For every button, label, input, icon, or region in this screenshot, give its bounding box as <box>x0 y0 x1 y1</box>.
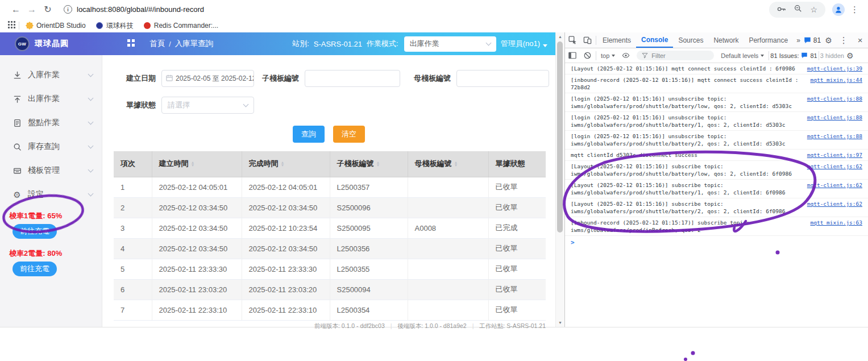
console-source-link[interactable]: mqtt-client.js:88 <box>807 95 862 102</box>
console-filter-input[interactable]: Filter <box>637 51 714 60</box>
column-header[interactable]: 母棧板編號▲▼ <box>408 151 488 177</box>
site-info-icon[interactable]: i <box>64 5 72 14</box>
date-range-label: 建立日期 <box>126 73 156 84</box>
inspect-element-icon[interactable] <box>565 36 580 44</box>
column-header[interactable]: 建立時間▲▼ <box>152 151 242 177</box>
device-toolbar-icon[interactable] <box>580 36 595 44</box>
console-source-link[interactable]: mqtt-client.js:39 <box>807 65 862 72</box>
devtools-settings-icon[interactable]: ⚙ <box>825 36 832 45</box>
column-header[interactable]: 子棧板編號▲▼ <box>330 151 408 177</box>
bookmark-item[interactable]: OrientDB Studio <box>26 22 86 30</box>
sort-caret-icon[interactable]: ▲▼ <box>191 161 195 167</box>
menu-grid-icon[interactable] <box>127 39 135 49</box>
reload-icon[interactable]: ↻ <box>40 4 56 15</box>
tab-network[interactable]: Network <box>708 32 744 48</box>
status-select[interactable]: 請選擇 <box>161 97 254 114</box>
console-source-link[interactable]: mqtt-client.js:88 <box>807 132 862 140</box>
console-source-link[interactable]: mqtt-client.js:62 <box>807 200 862 208</box>
console-source-link[interactable]: mqtt_mixin.js:63 <box>810 219 862 226</box>
console-source-link[interactable]: mqtt-client.js:62 <box>807 163 862 170</box>
log-levels-dropdown[interactable]: Default levels <box>717 52 767 59</box>
sidebar-item-pallet[interactable]: 棧板管理 <box>0 159 102 182</box>
gw-logo-icon: GW <box>15 36 30 51</box>
devtools-menu-icon[interactable]: ⋮ <box>836 35 852 45</box>
back-icon[interactable]: ← <box>8 5 24 15</box>
live-expression-eye-icon[interactable] <box>618 52 633 59</box>
tab-performance[interactable]: Performance <box>744 32 793 48</box>
sidebar-item-inventory[interactable]: 庫存查詢 <box>0 135 102 159</box>
mode-select[interactable]: 出庫作業 <box>404 36 496 52</box>
sub-pallet-label: 子棧板編號 <box>262 73 299 84</box>
bookmark-star-icon[interactable]: ☆ <box>810 5 817 14</box>
console-prompt[interactable]: > <box>565 236 868 249</box>
column-header[interactable]: 完成時間▲▼ <box>242 151 330 177</box>
sidebar-item-inbound[interactable]: 入庫作業 <box>0 63 102 87</box>
sidebar-item-stocktake[interactable]: 盤點作業 <box>0 111 102 135</box>
breadcrumb-home[interactable]: 首頁 <box>149 39 165 49</box>
console-source-link[interactable]: mqtt-client.js:97 <box>807 151 862 159</box>
sidebar-item-outbound[interactable]: 出庫作業 <box>0 87 102 111</box>
browser-menu-icon[interactable]: ⋮ <box>847 5 862 15</box>
divider <box>596 51 596 60</box>
page-scrollbar[interactable]: ▲ ▼ <box>555 32 564 327</box>
column-header-label: 單據狀態 <box>496 159 525 168</box>
settings-icon: ⚙ <box>13 190 22 199</box>
console-message-badge[interactable]: 81 <box>804 36 821 44</box>
address-bar[interactable]: localhost:8080/global/#/inbound-record <box>77 5 204 14</box>
mode-label: 作業模式: <box>367 39 398 49</box>
query-button[interactable]: 查詢 <box>293 126 325 143</box>
context-selector[interactable]: top <box>597 52 618 59</box>
console-source-link[interactable]: mqtt-client.js:62 <box>807 181 862 189</box>
date-range-input[interactable]: 2025-02-05 至 2025-02-12 <box>161 70 254 87</box>
frontend-version-label: 前端版本: <box>314 322 340 329</box>
zoom-out-icon[interactable] <box>794 5 802 15</box>
sidebar-item-label: 盤點作業 <box>28 118 82 128</box>
sort-caret-icon[interactable]: ▲▼ <box>454 161 458 167</box>
devtools-close-icon[interactable]: × <box>855 35 865 45</box>
user-menu[interactable]: 管理員(no1) <box>501 39 547 49</box>
apps-grid-icon[interactable] <box>8 21 15 30</box>
more-tabs-icon[interactable]: » <box>793 36 804 44</box>
sort-caret-icon[interactable]: ▲▼ <box>281 161 285 167</box>
issues-counter[interactable]: 81 Issues: 81 <box>770 52 817 59</box>
station-value: S-ASRS-01.21 <box>314 40 362 48</box>
tab-elements[interactable]: Elements <box>597 32 636 48</box>
go-charge-button[interactable]: 前往充電 <box>13 262 57 276</box>
orientdb-icon <box>26 22 33 29</box>
user-caret-icon <box>543 44 547 47</box>
shuttle-2-battery: 梭車2電量: 80%前往充電 <box>0 248 102 281</box>
bookmark-item[interactable]: 環球科技 <box>96 21 134 31</box>
stocktake-icon <box>13 118 22 127</box>
table-cell: 已收單 <box>488 197 546 218</box>
bookmark-item[interactable]: Redis Commander:... <box>144 22 218 30</box>
console-sidebar-icon[interactable] <box>565 52 580 59</box>
sort-caret-icon[interactable]: ▲▼ <box>376 161 380 167</box>
console-source-link[interactable]: mqtt-client.js:88 <box>807 114 862 121</box>
speech-bubble-icon <box>801 52 808 59</box>
table-cell <box>408 300 488 320</box>
scrollbar-thumb[interactable] <box>557 42 563 233</box>
clear-button[interactable]: 清空 <box>333 126 365 143</box>
table-cell: 2025-02-12 03:34:50 <box>242 197 330 218</box>
password-key-icon[interactable] <box>777 5 786 15</box>
scrollbar-up-icon[interactable]: ▲ <box>556 35 564 39</box>
console-settings-icon[interactable]: ⚙ <box>846 51 854 60</box>
chevron-down-icon <box>243 102 249 107</box>
scrollbar-down-icon[interactable]: ▼ <box>556 321 564 325</box>
tab-console[interactable]: Console <box>636 32 673 48</box>
table-cell: 5 <box>114 259 152 279</box>
mother-pallet-input[interactable] <box>456 70 549 87</box>
sidebar: 入庫作業出庫作業盤點作業庫存查詢棧板管理⚙設定 梭車1電量: 65%前往充電梭車… <box>0 55 102 327</box>
sub-pallet-input[interactable] <box>305 70 400 87</box>
console-source-link[interactable]: mqtt_mixin.js:44 <box>810 76 862 84</box>
table-cell: 2025-02-12 03:34:50 <box>152 238 242 259</box>
console-message: mqtt-client.js:88[login (2025-02-12 01:1… <box>565 112 868 131</box>
profile-avatar[interactable] <box>832 3 845 16</box>
forward-icon[interactable]: → <box>24 5 40 15</box>
console-message-text: [Layout (2025-02-12 01:15:16)] subscribe… <box>571 182 786 196</box>
clear-console-icon[interactable] <box>580 52 595 59</box>
sidebar-item-settings[interactable]: ⚙設定 <box>0 182 102 206</box>
app-logo[interactable]: GW 環球晶圓 <box>0 36 102 51</box>
go-charge-button[interactable]: 前往充電 <box>13 224 57 239</box>
tab-sources[interactable]: Sources <box>673 32 708 48</box>
